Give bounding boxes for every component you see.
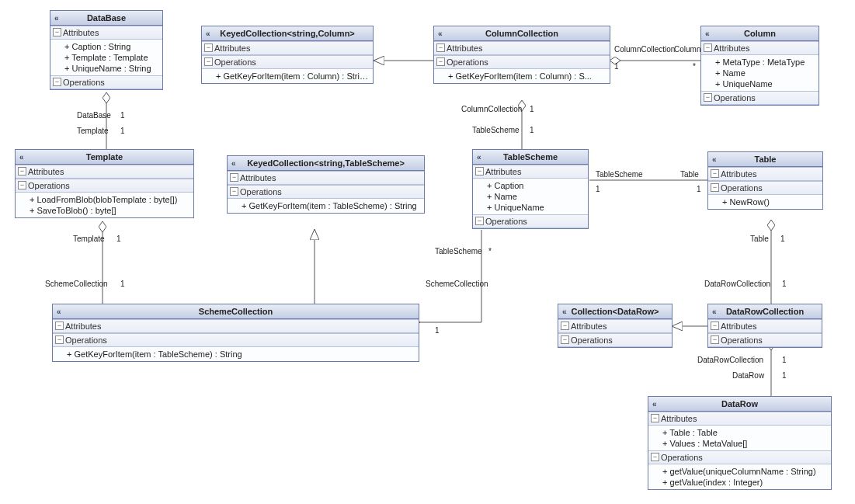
label-one-1: 1 — [614, 62, 619, 71]
minus-icon[interactable]: − — [704, 93, 712, 102]
attributes-body: + MetaType : MetaType + Name + UniqueNam… — [701, 55, 819, 91]
class-title: DataRowCollection — [726, 307, 804, 316]
minus-icon[interactable]: − — [55, 335, 64, 344]
chevron-icon[interactable]: « — [712, 308, 717, 316]
chevron-icon[interactable]: « — [231, 159, 236, 168]
minus-icon[interactable]: − — [704, 43, 712, 52]
attributes-header[interactable]: −Attributes — [473, 165, 588, 179]
attribute: + Table : Table — [662, 427, 827, 438]
class-title: SchemeCollection — [199, 307, 273, 316]
attributes-header[interactable]: −Attributes — [708, 319, 822, 333]
class-keyedcollection-tablescheme[interactable]: «KeyedCollection<string,TableScheme> −At… — [227, 155, 425, 214]
operations-header[interactable]: −Operations — [701, 91, 819, 105]
class-schemecollection[interactable]: «SchemeCollection −Attributes −Operation… — [52, 304, 419, 362]
class-title: Table — [755, 155, 777, 164]
chevron-icon[interactable]: « — [438, 30, 443, 38]
minus-icon[interactable]: − — [561, 335, 569, 344]
class-table[interactable]: «Table −Attributes −Operations + NewRow(… — [707, 151, 823, 210]
class-title: DataBase — [87, 13, 126, 23]
attributes-header[interactable]: −Attributes — [701, 41, 819, 55]
operations-header[interactable]: −Operations — [228, 185, 424, 199]
minus-icon[interactable]: − — [475, 167, 484, 176]
minus-icon[interactable]: − — [711, 169, 719, 178]
minus-icon[interactable]: − — [711, 183, 719, 192]
minus-icon[interactable]: − — [651, 453, 659, 461]
operations-header[interactable]: −Operations — [50, 75, 162, 89]
class-datarow[interactable]: «DataRow −Attributes + Table : Table + V… — [648, 396, 832, 490]
minus-icon[interactable]: − — [436, 57, 445, 66]
attributes-header[interactable]: −Attributes — [558, 319, 672, 333]
minus-icon[interactable]: − — [711, 335, 719, 344]
attributes-header[interactable]: −Attributes — [228, 171, 424, 185]
minus-icon[interactable]: − — [204, 57, 213, 66]
minus-icon[interactable]: − — [475, 217, 484, 225]
label-one-14: 1 — [782, 371, 787, 380]
minus-icon[interactable]: − — [18, 181, 26, 189]
class-collection-datarow[interactable]: «Collection<DataRow> −Attributes −Operat… — [558, 304, 673, 348]
label-one-5: 1 — [530, 126, 534, 134]
minus-icon[interactable]: − — [711, 322, 719, 330]
class-column[interactable]: «Column −Attributes + MetaType : MetaTyp… — [700, 26, 819, 106]
chevron-icon[interactable]: « — [712, 155, 717, 164]
class-title: KeyedCollection<string,Column> — [220, 29, 355, 38]
class-datarowcollection[interactable]: «DataRowCollection −Attributes −Operatio… — [707, 304, 822, 348]
class-database[interactable]: «DataBase −Attributes + Caption : String… — [50, 10, 163, 90]
label-template-2: Template — [73, 235, 105, 243]
label-datarowcollection-1: DataRowCollection — [704, 280, 770, 288]
operations-header[interactable]: −Operations — [473, 214, 588, 228]
class-title: Column — [744, 29, 776, 38]
attributes-header[interactable]: −Attributes — [434, 41, 610, 55]
label-database: DataBase — [77, 111, 111, 120]
class-keyedcollection-column[interactable]: «KeyedCollection<string,Column> −Attribu… — [201, 26, 374, 84]
minus-icon[interactable]: − — [53, 78, 61, 86]
operations-header[interactable]: −Operations — [708, 333, 822, 347]
minus-icon[interactable]: − — [204, 43, 213, 52]
operation: + GetKeyForItem(item : Column) : S... — [448, 71, 606, 82]
chevron-icon[interactable]: « — [477, 153, 481, 162]
operations-header[interactable]: −Operations — [53, 333, 419, 347]
label-star-2: * — [488, 247, 492, 255]
minus-icon[interactable]: − — [561, 322, 569, 330]
attribute: + Template : Template — [64, 52, 158, 63]
minus-icon[interactable]: − — [55, 322, 64, 330]
class-tablescheme[interactable]: «TableScheme −Attributes + Caption + Nam… — [472, 149, 589, 229]
class-title: KeyedCollection<string,TableScheme> — [247, 158, 405, 168]
operations-header[interactable]: −Operations — [558, 333, 672, 347]
minus-icon[interactable]: − — [651, 414, 659, 422]
operations-header[interactable]: −Operations — [434, 55, 610, 69]
attributes-header[interactable]: −Attributes — [16, 165, 193, 179]
chevron-icon[interactable]: « — [57, 308, 61, 316]
label-column: Column — [674, 45, 700, 54]
minus-icon[interactable]: − — [230, 187, 238, 196]
chevron-icon[interactable]: « — [652, 400, 657, 408]
attributes-header[interactable]: −Attributes — [648, 412, 831, 426]
minus-icon[interactable]: − — [53, 28, 61, 36]
operations-header[interactable]: −Operations — [16, 179, 193, 193]
label-columncollection-2: ColumnCollection — [461, 105, 522, 113]
chevron-icon[interactable]: « — [54, 14, 59, 23]
class-template[interactable]: «Template −Attributes −Operations + Load… — [15, 149, 194, 218]
minus-icon[interactable]: − — [18, 167, 26, 176]
attributes-header[interactable]: −Attributes — [708, 167, 822, 181]
chevron-icon[interactable]: « — [705, 30, 710, 38]
minus-icon[interactable]: − — [230, 173, 238, 182]
class-columncollection[interactable]: «ColumnCollection −Attributes −Operation… — [433, 26, 610, 84]
attributes-body: + Caption : String + Template : Template… — [50, 40, 162, 75]
chevron-icon[interactable]: « — [562, 308, 567, 316]
attribute: + Name — [715, 68, 815, 78]
minus-icon[interactable]: − — [436, 43, 445, 52]
operation: + GetKeyForItem(item : Column) : String — [216, 71, 369, 82]
attributes-header[interactable]: −Attributes — [50, 26, 162, 40]
operation: + getValue(index : Integer) — [662, 477, 827, 488]
operations-header[interactable]: −Operations — [708, 181, 822, 195]
label-one-13: 1 — [782, 356, 787, 364]
chevron-icon[interactable]: « — [206, 30, 210, 38]
attributes-header[interactable]: −Attributes — [202, 41, 373, 55]
operations-header[interactable]: −Operations — [202, 55, 373, 69]
attributes-header[interactable]: −Attributes — [53, 319, 419, 333]
label-one-7: 1 — [697, 185, 701, 193]
operations-header[interactable]: −Operations — [648, 450, 831, 464]
operation: + GetKeyForItem(item : TableScheme) : St… — [67, 349, 415, 360]
operations-body: + GetKeyForItem(item : TableScheme) : St… — [228, 199, 424, 213]
chevron-icon[interactable]: « — [19, 153, 24, 162]
